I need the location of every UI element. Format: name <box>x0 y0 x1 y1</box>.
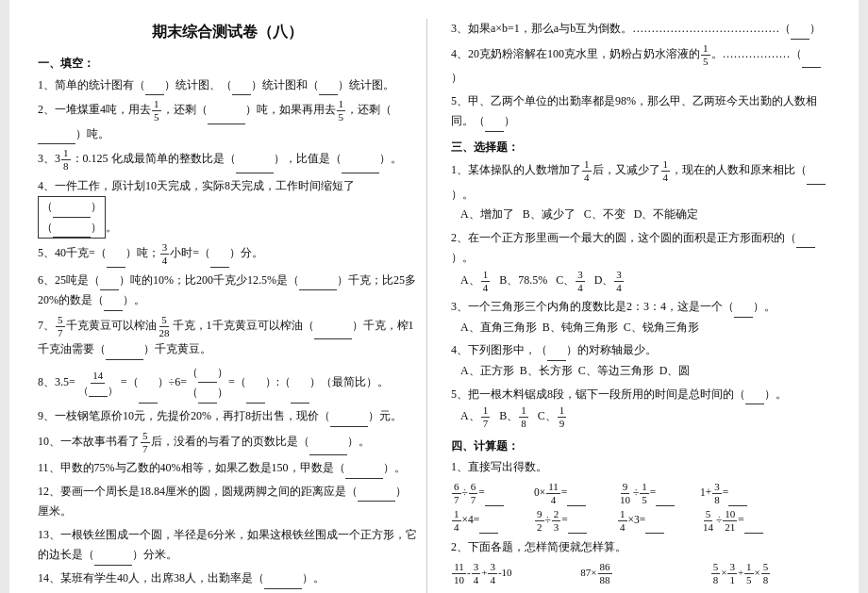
q-fill-4: 4、一件工作，原计划10天完成，实际8天完成，工作时间缩短了（）（）。 <box>38 176 417 239</box>
q-fill-12: 12、要画一个周长是18.84厘米的圆，圆规两脚之间的距离应是（）厘米。 <box>38 482 417 522</box>
q-choice-4: 4、下列图形中，（）的对称轴最少。 A、正方形 B、长方形 C、等边三角形 D、… <box>451 340 830 381</box>
q-fill-8: 8、3.5=14（）=（）÷6=（）（）=（）:（）（最简比）。 <box>38 363 417 404</box>
q-fill-13: 13、一根铁丝围成一个圆，半径是6分米，如果这根铁丝围成一个正方形，它的边长是（… <box>38 525 417 566</box>
section-calc-title: 四、计算题： <box>451 437 830 455</box>
section-fill-title: 一、填空： <box>38 54 417 73</box>
q-fill-9: 9、一枝钢笔原价10元，先提价20%，再打8折出售，现价（）元。 <box>38 406 417 427</box>
calc-subtitle-1: 1、直接写出得数。 <box>451 457 830 478</box>
q-fill-14: 14、某班有学生40人，出席38人，出勤率是（）。 <box>38 568 417 589</box>
q-fill-6: 6、25吨是（）吨的10%；比200千克少12.5%是（）千克；比25多20%的… <box>38 271 417 311</box>
calc-subtitle-2: 2、下面各题，怎样简便就怎样算。 <box>451 537 830 558</box>
section-choice-title: 三、选择题： <box>451 138 830 156</box>
exam-page: 期末综合测试卷（八） 一、填空： 1、简单的统计图有（）统计图、（）统计图和（）… <box>9 0 859 593</box>
q-fill-11: 11、甲数的75%与乙数的40%相等，如果乙数是150，甲数是（）。 <box>38 458 417 479</box>
q-choice-5: 5、把一根木料锯成8段，锯下一段所用的时间是总时间的（）。 A、17 B、18 … <box>451 385 830 431</box>
q-fill-10: 10、一本故事书看了57后，没看的与看了的页数比是（）。 <box>38 430 417 455</box>
right-column: 3、如果a×b=1，那么a与b互为倒数。…………………………………（） 4、20… <box>446 19 830 593</box>
q-judge-4: 4、20克奶粉溶解在100克水里，奶粉占奶水溶液的15。………………（） <box>451 42 830 89</box>
q-fill-2: 2、一堆煤重4吨，用去15，还剩（）吨，如果再用去15，还剩（）吨。 <box>38 98 417 144</box>
q-fill-5: 5、40千克=（）吨；34小时=（）分。 <box>38 241 417 267</box>
q-fill-1: 1、简单的统计图有（）统计图、（）统计图和（）统计图。 <box>38 75 417 96</box>
q-choice-1: 1、某体操队的人数增加了14后，又减少了14，现在的人数和原来相比（）。 A、增… <box>451 158 830 225</box>
q-fill-7: 7、57千克黄豆可以榨油528千克，1千克黄豆可以榨油（）千克，榨1千克油需要（… <box>38 314 417 360</box>
calc-direct-rows: 67÷67= 0×114= 910÷15= 1+38= 14×4= 92÷23=… <box>451 481 830 535</box>
q-judge-3: 3、如果a×b=1，那么a与b互为倒数。…………………………………（） <box>451 19 830 40</box>
q-choice-3: 3、一个三角形三个内角的度数比是2：3：4，这是一个（）。 A、直角三角形 B、… <box>451 297 830 338</box>
q-judge-5: 5、甲、乙两个单位的出勤率都是98%，那么甲、乙两班今天出勤的人数相同。（） <box>451 91 830 132</box>
calc-simple-rows: 1110-34+34-10 87×8688 58×31+15×58 59÷5+5… <box>451 561 830 593</box>
q-fill-3: 3、318：0.125 化成最简单的整数比是（），比值是（）。 <box>38 147 417 173</box>
q-choice-2: 2、在一个正方形里画一个最大的圆，这个圆的面积是正方形面积的（）。 A、14 B… <box>451 228 830 295</box>
left-column: 期末综合测试卷（八） 一、填空： 1、简单的统计图有（）统计图、（）统计图和（）… <box>38 19 427 593</box>
exam-title: 期末综合测试卷（八） <box>38 19 417 44</box>
